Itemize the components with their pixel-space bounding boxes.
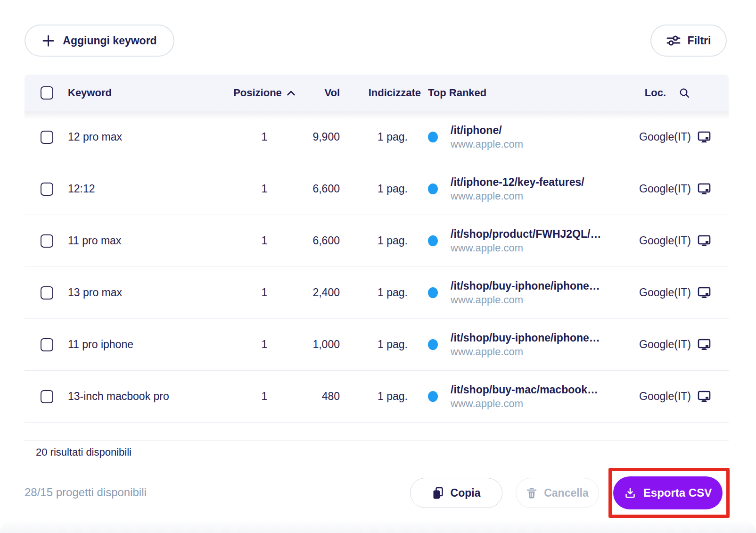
table-row: 11 pro iphone 1 1,000 1 pag. /it/shop/bu… bbox=[25, 319, 729, 371]
ranked-domain: www.apple.com bbox=[451, 397, 598, 411]
table-body: 12 pro max 1 9,900 1 pag. /it/iphone/ ww… bbox=[25, 111, 729, 423]
loc-cell: Google(IT) bbox=[627, 319, 729, 370]
copy-icon bbox=[432, 487, 444, 500]
blue-dot-icon bbox=[428, 132, 438, 142]
filters-button[interactable]: Filtri bbox=[650, 25, 727, 57]
position-cell: 1 bbox=[227, 111, 302, 163]
keyword-cell: 13-inch macbook pro bbox=[64, 371, 227, 422]
position-cell: 1 bbox=[227, 371, 302, 422]
desktop-monitor-icon bbox=[698, 339, 711, 351]
keyword-cell: 11 pro max bbox=[64, 215, 227, 266]
vol-cell: 9,900 bbox=[302, 111, 343, 163]
column-loc: Loc. bbox=[645, 87, 666, 99]
top-ranked-cell: /it/shop/buy-iphone/iphone… www.apple.co… bbox=[423, 319, 627, 370]
column-keyword: Keyword bbox=[64, 75, 227, 111]
results-count: 20 risultati disponibili bbox=[36, 446, 131, 458]
keywords-table: Keyword Posizione Vol Indicizzate Top Ra… bbox=[25, 75, 729, 464]
ranked-domain: www.apple.com bbox=[451, 189, 584, 203]
sliders-icon bbox=[666, 34, 681, 47]
copy-button[interactable]: Copia bbox=[410, 478, 502, 508]
add-keyword-label: Aggiungi keyword bbox=[63, 34, 156, 47]
row-checkbox[interactable] bbox=[41, 338, 53, 351]
ranked-url[interactable]: /it/shop/buy-iphone/iphone… bbox=[451, 331, 600, 345]
next-section-edge bbox=[0, 520, 756, 533]
indexed-cell: 1 pag. bbox=[343, 215, 423, 266]
export-csv-label: Esporta CSV bbox=[643, 486, 712, 500]
loc-cell: Google(IT) bbox=[627, 267, 729, 318]
ranked-url[interactable]: /it/iphone-12/key-features/ bbox=[451, 175, 584, 189]
filters-label: Filtri bbox=[688, 34, 711, 47]
vol-cell: 2,400 bbox=[302, 267, 343, 318]
plus-icon bbox=[42, 34, 55, 47]
download-icon bbox=[624, 487, 636, 499]
vol-cell: 1,000 bbox=[302, 319, 343, 370]
column-indexed: Indicizzate bbox=[343, 75, 423, 111]
column-top-ranked: Top Ranked bbox=[423, 75, 627, 111]
loc-cell: Google(IT) bbox=[627, 163, 729, 215]
row-checkbox[interactable] bbox=[41, 183, 53, 196]
desktop-monitor-icon bbox=[698, 391, 711, 403]
projects-available-text: 28/15 progetti disponibili bbox=[25, 486, 147, 499]
keyword-cell: 13 pro max bbox=[64, 267, 227, 318]
ranked-url[interactable]: /it/shop/buy-iphone/iphone… bbox=[451, 279, 600, 293]
table-header: Keyword Posizione Vol Indicizzate Top Ra… bbox=[25, 75, 729, 111]
desktop-monitor-icon bbox=[698, 235, 711, 247]
top-ranked-cell: /it/shop/product/FWHJ2QL/… www.apple.com bbox=[423, 215, 627, 266]
top-ranked-cell: /it/iphone/ www.apple.com bbox=[423, 111, 627, 163]
ranked-domain: www.apple.com bbox=[451, 345, 600, 359]
blue-dot-icon bbox=[428, 339, 438, 350]
desktop-monitor-icon bbox=[698, 287, 711, 299]
vol-cell: 480 bbox=[302, 371, 343, 422]
row-checkbox[interactable] bbox=[41, 234, 53, 248]
table-row: 11 pro max 1 6,600 1 pag. /it/shop/produ… bbox=[25, 215, 729, 267]
vol-cell: 6,600 bbox=[302, 215, 343, 266]
table-row: 13 pro max 1 2,400 1 pag. /it/shop/buy-i… bbox=[25, 267, 729, 319]
top-ranked-cell: /it/shop/buy-iphone/iphone… www.apple.co… bbox=[423, 267, 627, 318]
indexed-cell: 1 pag. bbox=[343, 111, 423, 163]
trash-icon bbox=[526, 487, 537, 499]
desktop-monitor-icon bbox=[698, 183, 711, 195]
table-row: 12:12 1 6,600 1 pag. /it/iphone-12/key-f… bbox=[25, 163, 729, 215]
blue-dot-icon bbox=[428, 235, 438, 246]
chevron-up-icon bbox=[287, 90, 296, 96]
top-ranked-cell: /it/shop/buy-mac/macbook… www.apple.com bbox=[423, 371, 627, 422]
loc-cell: Google(IT) bbox=[627, 215, 729, 266]
position-cell: 1 bbox=[227, 215, 302, 266]
table-row: 12 pro max 1 9,900 1 pag. /it/iphone/ ww… bbox=[25, 111, 729, 163]
keyword-cell: 12:12 bbox=[64, 163, 227, 215]
search-icon[interactable] bbox=[679, 88, 690, 99]
position-cell: 1 bbox=[227, 163, 302, 215]
keyword-cell: 11 pro iphone bbox=[64, 319, 227, 370]
column-vol: Vol bbox=[302, 75, 343, 111]
keyword-cell: 12 pro max bbox=[64, 111, 227, 163]
position-cell: 1 bbox=[227, 267, 302, 318]
row-checkbox[interactable] bbox=[41, 390, 53, 403]
ranked-url[interactable]: /it/iphone/ bbox=[451, 123, 523, 137]
position-cell: 1 bbox=[227, 319, 302, 370]
desktop-monitor-icon bbox=[698, 131, 711, 143]
add-keyword-button[interactable]: Aggiungi keyword bbox=[25, 25, 174, 57]
delete-button[interactable]: Cancella bbox=[516, 478, 599, 508]
vol-cell: 6,600 bbox=[302, 163, 343, 215]
ranked-url[interactable]: /it/shop/buy-mac/macbook… bbox=[451, 383, 598, 397]
export-csv-button[interactable]: Esporta CSV bbox=[613, 476, 723, 509]
indexed-cell: 1 pag. bbox=[343, 371, 423, 422]
ranked-domain: www.apple.com bbox=[451, 137, 523, 151]
delete-label: Cancella bbox=[544, 487, 589, 500]
column-position[interactable]: Posizione bbox=[227, 75, 302, 111]
copy-label: Copia bbox=[451, 487, 481, 500]
row-checkbox[interactable] bbox=[41, 131, 53, 144]
loc-cell: Google(IT) bbox=[627, 111, 729, 163]
indexed-cell: 1 pag. bbox=[343, 267, 423, 318]
results-count-bar: 20 risultati disponibili bbox=[25, 440, 729, 464]
blue-dot-icon bbox=[428, 391, 438, 402]
loc-cell: Google(IT) bbox=[627, 371, 729, 422]
ranked-domain: www.apple.com bbox=[451, 293, 600, 307]
indexed-cell: 1 pag. bbox=[343, 319, 423, 370]
top-ranked-cell: /it/iphone-12/key-features/ www.apple.co… bbox=[423, 163, 627, 215]
row-checkbox[interactable] bbox=[41, 286, 53, 300]
table-row: 13-inch macbook pro 1 480 1 pag. /it/sho… bbox=[25, 371, 729, 423]
ranked-url[interactable]: /it/shop/product/FWHJ2QL/… bbox=[451, 227, 601, 241]
select-all-checkbox[interactable] bbox=[41, 86, 53, 100]
blue-dot-icon bbox=[428, 183, 438, 194]
